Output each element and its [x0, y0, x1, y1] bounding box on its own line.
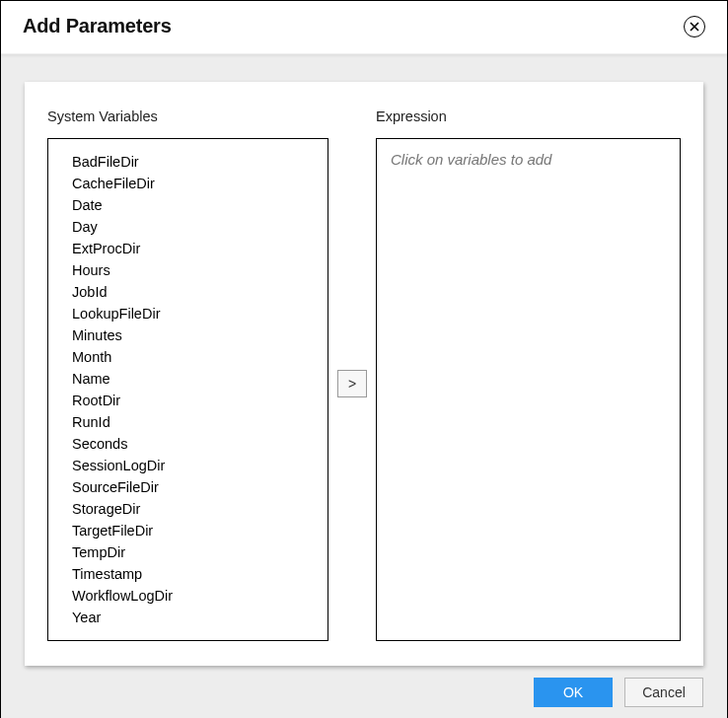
expression-header: Expression — [376, 108, 681, 124]
close-icon — [690, 22, 699, 32]
system-variables-listbox[interactable]: BadFileDirCacheFileDirDateDayExtProcDirH… — [47, 138, 328, 641]
expression-column: Expression — [376, 108, 681, 641]
list-item[interactable]: Seconds — [72, 433, 320, 455]
dialog-frame: Add Parameters System Variables BadFileD… — [0, 0, 728, 718]
chevron-right-icon: > — [348, 376, 356, 392]
list-item[interactable]: ExtProcDir — [72, 238, 320, 259]
list-item[interactable]: Minutes — [72, 324, 320, 346]
list-item[interactable]: Year — [72, 607, 320, 628]
list-item[interactable]: Date — [72, 194, 320, 216]
list-item[interactable]: RootDir — [72, 390, 320, 411]
dialog-header: Add Parameters — [1, 1, 727, 54]
list-item[interactable]: Hours — [72, 259, 320, 281]
list-item[interactable]: CacheFileDir — [72, 173, 320, 194]
list-item[interactable]: SourceFileDir — [72, 476, 320, 498]
dialog-body: System Variables BadFileDirCacheFileDirD… — [1, 54, 727, 718]
list-item[interactable]: Day — [72, 216, 320, 238]
expression-input[interactable] — [376, 138, 681, 641]
list-item[interactable]: TargetFileDir — [72, 520, 320, 541]
system-variables-header: System Variables — [47, 108, 328, 124]
close-button[interactable] — [684, 16, 705, 37]
list-item[interactable]: SessionLogDir — [72, 455, 320, 476]
dialog-footer: OK Cancel — [25, 666, 703, 707]
list-item[interactable]: StorageDir — [72, 498, 320, 520]
system-variables-column: System Variables BadFileDirCacheFileDirD… — [47, 108, 328, 641]
list-item[interactable]: Month — [72, 346, 320, 368]
list-item[interactable]: Name — [72, 368, 320, 390]
list-item[interactable]: RunId — [72, 411, 320, 433]
transfer-column: > — [328, 108, 376, 641]
cancel-button[interactable]: Cancel — [624, 678, 703, 707]
content-panel: System Variables BadFileDirCacheFileDirD… — [25, 82, 703, 666]
list-item[interactable]: LookupFileDir — [72, 303, 320, 324]
list-item[interactable]: JobId — [72, 281, 320, 303]
list-item[interactable]: WorkflowLogDir — [72, 585, 320, 607]
list-item[interactable]: Timestamp — [72, 563, 320, 585]
add-variable-button[interactable]: > — [337, 370, 367, 397]
ok-button[interactable]: OK — [534, 678, 613, 707]
list-item[interactable]: TempDir — [72, 541, 320, 563]
dialog-title: Add Parameters — [23, 15, 172, 37]
list-item[interactable]: BadFileDir — [72, 151, 320, 173]
